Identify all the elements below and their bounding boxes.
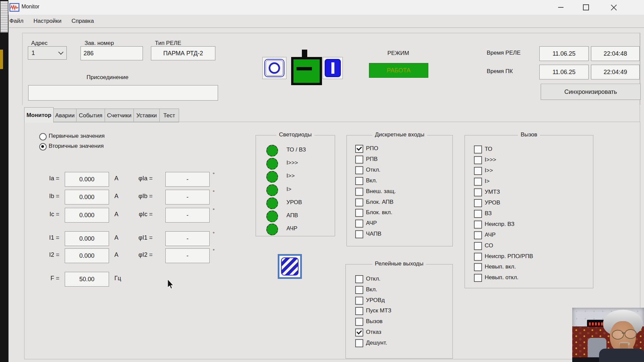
tab-4[interactable]: Уставки [134, 109, 160, 122]
minimize-icon [558, 7, 564, 8]
maximize-icon [583, 4, 589, 10]
tab-label: Тест [163, 112, 175, 119]
address-value: 1 [32, 50, 35, 57]
tab-strip: МониторАварииСобытияСчетчикиУставкиТест [24, 107, 179, 122]
address-combobox[interactable]: 1 [28, 46, 67, 60]
close-icon [610, 4, 617, 11]
document-icon[interactable] [0, 1, 8, 33]
open-o-icon [269, 62, 280, 74]
close-i-icon [325, 59, 341, 77]
pc-time-label: Время ПК [487, 68, 513, 75]
relay-time-field: 22:04:48 [591, 46, 640, 61]
title-bar [8, 0, 644, 15]
pc-date-field: 11.06.25 [539, 65, 589, 79]
connection-field[interactable] [28, 85, 218, 101]
person-shirt [599, 349, 644, 362]
relay-time-label: Время РЕЛЕ [487, 50, 521, 56]
relay-type-field[interactable]: ПАРМА РТД-2 [151, 46, 215, 60]
glasses-left-lens [612, 330, 624, 340]
pc-time-field: 22:04:49 [591, 65, 640, 79]
breaker-close-button[interactable] [323, 57, 343, 79]
address-label: Адрес [31, 40, 48, 47]
tab-1[interactable]: Аварии [54, 109, 76, 122]
minimize-button[interactable] [551, 0, 570, 15]
serial-label: Зав. номер [85, 40, 114, 47]
tab-0[interactable]: Монитор [24, 107, 54, 123]
tab-5[interactable]: Тест [160, 109, 179, 122]
serial-field[interactable]: 286 [80, 46, 143, 60]
client-right-border [640, 33, 640, 122]
tab-3[interactable]: Счетчики [105, 109, 134, 122]
breaker-symbol-stub [302, 50, 307, 58]
clock-digits [589, 322, 604, 325]
webcam-desk [572, 357, 599, 362]
tab-label: Монитор [26, 112, 51, 119]
screen: Monitor ФайлНастройкиСправка Адрес 1 Зав… [0, 0, 644, 362]
tab-panel [24, 122, 640, 359]
webcam-overlay [572, 308, 644, 362]
tab-2[interactable]: События [76, 109, 105, 122]
hatch-stripes [281, 257, 299, 276]
menu-item-2[interactable]: Справка [71, 18, 94, 24]
hatched-square-icon [278, 254, 302, 279]
chevron-down-icon [58, 50, 64, 55]
desktop-edge-strip [0, 0, 8, 362]
maximize-button[interactable] [577, 0, 595, 15]
relay-date-field: 11.06.25 [539, 46, 589, 61]
app-icon [9, 3, 19, 13]
mouse-cursor [168, 279, 175, 291]
menu-bar: ФайлНастройкиСправка [9, 15, 104, 27]
tab-label: Счетчики [107, 112, 131, 119]
breaker-open-button[interactable] [262, 57, 286, 79]
glasses-right-lens [625, 329, 637, 339]
glasses-bridge [622, 333, 625, 334]
desktop-fragment [0, 50, 3, 69]
connection-label: Присоединение [87, 74, 128, 81]
menu-item-0[interactable]: Файл [9, 18, 23, 24]
window-title: Monitor [21, 4, 39, 10]
mode-label: РЕЖИМ [387, 50, 409, 57]
breaker-state-indicator [291, 57, 322, 85]
menu-item-1[interactable]: Настройки [34, 18, 61, 24]
tab-label: Аварии [55, 112, 74, 119]
relay-type-label: Тип РЕЛЕ [155, 40, 181, 47]
breaker-symbol-bar [297, 67, 312, 70]
i-bar [331, 62, 334, 74]
mode-status-box: РАБОТА [369, 63, 428, 78]
tab-label: Уставки [136, 112, 157, 119]
menu-divider [8, 27, 644, 28]
sync-button[interactable]: Синхронизировать [541, 84, 641, 100]
close-button[interactable] [604, 0, 623, 15]
tab-label: События [79, 112, 102, 119]
